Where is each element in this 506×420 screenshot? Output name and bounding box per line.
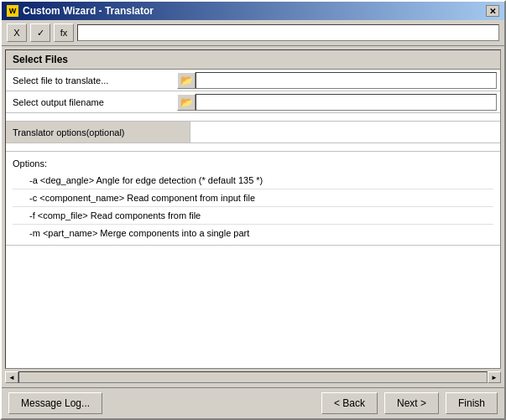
close-toolbar-button[interactable]: X xyxy=(7,23,27,42)
toolbar-input[interactable] xyxy=(77,24,499,41)
translator-options-row: Translator options(optional) xyxy=(6,122,500,143)
section-header: Select Files xyxy=(6,50,500,70)
horizontal-scrollbar: ◄ ► xyxy=(5,371,501,384)
finish-button[interactable]: Finish xyxy=(446,392,498,414)
folder-icon: 📂 xyxy=(180,75,193,86)
option-item-f: -f <comp_file> Read components from file xyxy=(13,207,493,225)
option-item-c: -c <component_name> Read component from … xyxy=(13,189,493,207)
toolbar: X ✓ fx xyxy=(2,20,504,46)
message-log-button[interactable]: Message Log... xyxy=(8,392,102,414)
scrollable-area[interactable]: Select Files Select file to translate...… xyxy=(5,49,501,369)
translator-options-label: Translator options(optional) xyxy=(6,122,190,143)
next-button[interactable]: Next > xyxy=(384,392,439,414)
file2-input[interactable] xyxy=(196,94,497,111)
file1-browse-button[interactable]: 📂 xyxy=(177,72,196,89)
file1-row: Select file to translate... 📂 xyxy=(6,70,500,91)
back-button[interactable]: < Back xyxy=(321,392,378,414)
window-icon: W xyxy=(7,5,18,17)
scroll-right-button[interactable]: ► xyxy=(488,371,501,383)
folder2-icon: 📂 xyxy=(180,96,193,108)
main-window: W Custom Wizard - Translator ✕ X ✓ fx Se… xyxy=(0,0,506,420)
h-scroll-track[interactable] xyxy=(18,371,488,383)
file2-browse-button[interactable]: 📂 xyxy=(177,94,196,111)
check-toolbar-button[interactable]: ✓ xyxy=(30,23,50,42)
close-button[interactable]: ✕ xyxy=(486,5,499,17)
main-content: Select Files Select file to translate...… xyxy=(2,46,504,387)
window-title: Custom Wizard - Translator xyxy=(23,5,154,17)
spacer1 xyxy=(6,113,500,122)
title-bar: W Custom Wizard - Translator ✕ xyxy=(2,2,504,20)
scroll-left-button[interactable]: ◄ xyxy=(5,371,18,383)
file2-row: Select output filename 📂 xyxy=(6,91,500,113)
right-arrow-icon: ► xyxy=(491,374,498,381)
formula-toolbar-button[interactable]: fx xyxy=(54,23,74,42)
file1-input[interactable] xyxy=(196,72,497,89)
spacer2 xyxy=(6,143,500,152)
options-section: Options: -a <deg_angle> Angle for edge d… xyxy=(6,152,500,246)
option-item-m: -m <part_name> Merge components into a s… xyxy=(13,225,493,241)
file1-label: Select file to translate... xyxy=(9,74,177,87)
navigation-buttons: < Back Next > Finish xyxy=(321,392,498,414)
bottom-bar: Message Log... < Back Next > Finish xyxy=(2,387,504,418)
translator-options-input[interactable] xyxy=(190,122,500,143)
option-item-a: -a <deg_angle> Angle for edge detection … xyxy=(13,172,493,189)
options-header: Options: xyxy=(13,155,493,172)
file2-label: Select output filename xyxy=(9,96,177,109)
left-arrow-icon: ◄ xyxy=(8,374,15,381)
